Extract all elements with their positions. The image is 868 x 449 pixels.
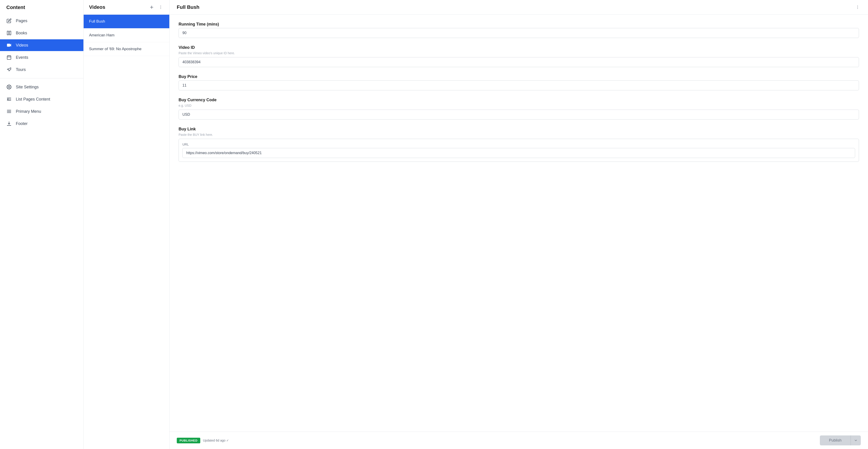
svg-marker-3	[10, 44, 11, 47]
sidebar-item-label: Footer	[16, 121, 28, 126]
sidebar-item-books[interactable]: Books	[0, 27, 84, 39]
buy-link-url-label: URL	[182, 142, 855, 146]
running-time-input[interactable]	[179, 28, 859, 38]
sidebar-item-primary-menu[interactable]: Primary Menu	[0, 105, 84, 117]
sidebar-item-pages[interactable]: Pages	[0, 15, 84, 27]
detail-footer-bar: PUBLISHED Updated 6d ago ✓ Publish	[169, 431, 868, 449]
sidebar-item-events[interactable]: Events	[0, 52, 84, 63]
svg-rect-1	[9, 31, 11, 35]
buy-link-url-input[interactable]	[182, 148, 855, 158]
running-time-label: Running Time (mins)	[179, 22, 859, 27]
video-item-american-ham[interactable]: American Ham	[84, 29, 169, 42]
sidebar-divider	[0, 78, 84, 78]
detail-more-button[interactable]	[855, 4, 861, 10]
footer-left: PUBLISHED Updated 6d ago ✓	[177, 438, 229, 443]
sidebar-item-label: Site Settings	[16, 85, 39, 90]
plane-icon	[6, 67, 12, 72]
svg-point-16	[160, 6, 161, 6]
footer-right: Publish	[820, 436, 861, 445]
more-options-button[interactable]	[158, 4, 164, 10]
svg-point-18	[160, 8, 161, 9]
svg-point-8	[8, 86, 10, 88]
book-icon	[6, 30, 12, 36]
detail-title: Full Bush	[177, 4, 199, 10]
add-video-button[interactable]	[149, 4, 155, 10]
svg-point-20	[857, 7, 858, 8]
sidebar-item-label: List Pages Content	[16, 97, 50, 102]
published-badge: PUBLISHED	[177, 438, 200, 443]
menu-icon	[6, 109, 12, 114]
buy-price-field-group: Buy Price	[179, 74, 859, 90]
video-id-field-group: Video ID Paste the Vimeo video's unique …	[179, 45, 859, 67]
svg-rect-4	[7, 56, 11, 59]
edit-icon	[6, 18, 12, 24]
buy-link-field-group: Buy Link Paste the BUY link here. URL	[179, 127, 859, 162]
video-icon	[6, 42, 12, 48]
buy-price-label: Buy Price	[179, 74, 859, 79]
video-id-input[interactable]	[179, 57, 859, 67]
video-id-hint: Paste the Vimeo video's unique ID here.	[179, 51, 859, 55]
sidebar-nav: Pages Books Videos	[0, 15, 84, 129]
middle-panel: Videos Full Bush American Ham	[84, 0, 169, 449]
publish-dropdown-button[interactable]	[850, 436, 861, 445]
middle-header-actions	[149, 4, 164, 10]
svg-rect-0	[7, 31, 8, 35]
svg-point-21	[857, 8, 858, 9]
sidebar-item-videos[interactable]: Videos	[0, 39, 84, 51]
running-time-field-group: Running Time (mins)	[179, 22, 859, 38]
buy-link-box: URL	[179, 139, 859, 162]
download-icon	[6, 121, 12, 126]
buy-currency-hint: e.g. USD	[179, 104, 859, 107]
main-panel: Full Bush Running Time (mins) Video ID P…	[169, 0, 868, 449]
sidebar: Content Pages Books	[0, 0, 84, 449]
svg-point-19	[857, 6, 858, 6]
sidebar-item-label: Books	[16, 31, 27, 35]
detail-content: Running Time (mins) Video ID Paste the V…	[169, 15, 868, 431]
main-header: Full Bush	[169, 0, 868, 15]
svg-point-17	[160, 7, 161, 8]
middle-panel-title: Videos	[89, 4, 105, 10]
sidebar-item-label: Videos	[16, 43, 28, 48]
list-pages-icon	[6, 96, 12, 102]
buy-link-hint: Paste the BUY link here.	[179, 133, 859, 136]
sidebar-item-site-settings[interactable]: Site Settings	[0, 81, 84, 93]
svg-rect-2	[7, 44, 10, 47]
sidebar-item-label: Tours	[16, 67, 26, 72]
video-id-label: Video ID	[179, 45, 859, 50]
updated-text: Updated 6d ago ✓	[203, 439, 229, 442]
buy-link-label: Buy Link	[179, 127, 859, 131]
sidebar-item-tours[interactable]: Tours	[0, 64, 84, 75]
sidebar-title: Content	[0, 4, 84, 15]
buy-currency-label: Buy Currency Code	[179, 98, 859, 102]
sidebar-item-list-pages[interactable]: List Pages Content	[0, 93, 84, 105]
video-item-summer-69[interactable]: Summer of '69: No Apostrophe	[84, 42, 169, 56]
middle-header: Videos	[84, 0, 169, 15]
buy-currency-field-group: Buy Currency Code e.g. USD	[179, 98, 859, 120]
video-list: Full Bush American Ham Summer of '69: No…	[84, 15, 169, 56]
buy-price-input[interactable]	[179, 81, 859, 90]
publish-button[interactable]: Publish	[820, 436, 850, 445]
video-item-full-bush[interactable]: Full Bush	[84, 15, 169, 29]
sidebar-item-label: Events	[16, 55, 28, 60]
sidebar-item-footer[interactable]: Footer	[0, 118, 84, 129]
calendar-icon	[6, 55, 12, 60]
sidebar-item-label: Primary Menu	[16, 109, 41, 114]
buy-currency-input[interactable]	[179, 109, 859, 120]
sidebar-item-label: Pages	[16, 19, 27, 23]
gear-icon	[6, 84, 12, 90]
